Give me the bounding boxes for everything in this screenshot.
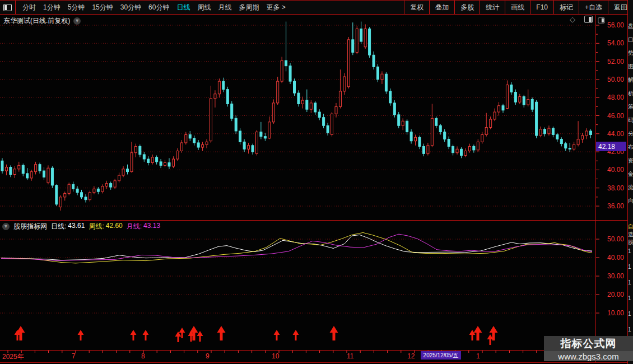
date-axis-label: 8 bbox=[141, 352, 145, 360]
sidebar-glyph[interactable]: 1 bbox=[628, 327, 633, 333]
sidebar-glyph[interactable]: 码 bbox=[628, 118, 633, 123]
bottom-border bbox=[0, 362, 633, 363]
indicator-axis-label: 40.00 bbox=[598, 254, 624, 262]
indicator-axis-label: 50.00 bbox=[598, 235, 624, 243]
sidebar-glyph[interactable]: 资 bbox=[628, 158, 633, 164]
date-axis-label: 1 bbox=[476, 352, 480, 360]
indicator-chevron-icon[interactable]: ▼ bbox=[2, 223, 10, 230]
price-axis-label: 44.00 bbox=[598, 130, 624, 138]
sidebar-glyph[interactable]: 股 bbox=[628, 240, 633, 245]
split-panel-icon[interactable] bbox=[584, 16, 593, 23]
watermark-title: 指标公式网 bbox=[544, 336, 633, 351]
sidebar-glyph[interactable]: 图 bbox=[628, 64, 633, 69]
sidebar-glyph[interactable]: 析 bbox=[628, 91, 633, 96]
selected-date-tag: 2025/12/05/五 bbox=[421, 351, 461, 360]
indicator-name: 股朋指标网 bbox=[13, 222, 47, 231]
axis-panel-icon[interactable] bbox=[598, 17, 605, 23]
sidebar-glyph[interactable]: 分 bbox=[628, 131, 633, 137]
sidebar-glyph[interactable]: 解 bbox=[628, 77, 633, 83]
sidebar-glyph[interactable]: 势 bbox=[628, 50, 633, 56]
date-axis-label: 7 bbox=[72, 352, 76, 360]
last-price-tag: 42.18 bbox=[596, 142, 626, 151]
panel-separator bbox=[0, 220, 633, 221]
price-axis-label: 38.00 bbox=[598, 184, 624, 192]
sidebar-glyph[interactable]: 口 bbox=[628, 37, 633, 43]
diamond-marker-icon[interactable]: ◇ bbox=[570, 16, 575, 23]
price-axis-border bbox=[595, 15, 596, 362]
sidebar-glyph[interactable]: 金 bbox=[628, 171, 633, 177]
trading-app-window: 分时1分钟5分钟15分钟30分钟60分钟日线周线月线多周期更多 > 复权叠加多股… bbox=[0, 0, 633, 364]
sidebar-glyph[interactable]: 自 bbox=[628, 224, 633, 230]
date-axis-label: 12 bbox=[407, 352, 415, 360]
price-axis-label: 50.00 bbox=[598, 76, 624, 83]
price-axis-label: 40.00 bbox=[598, 166, 624, 174]
price-axis-label: 54.00 bbox=[598, 39, 624, 47]
sidebar-glyph[interactable]: 布 bbox=[628, 144, 633, 150]
sidebar-glyph[interactable]: 1 bbox=[628, 296, 633, 301]
price-axis-label: 52.00 bbox=[598, 58, 624, 66]
stock-title-row: 东华测试(日线.前复权) ▼ bbox=[3, 16, 81, 26]
price-axis-label: 48.00 bbox=[598, 94, 624, 101]
indicator-axis-label: 30.00 bbox=[598, 272, 624, 280]
date-axis-label: 11 bbox=[347, 352, 353, 360]
date-axis-label: 9 bbox=[206, 352, 210, 360]
corner-icons: ◇ bbox=[570, 16, 593, 23]
candlestick-chart bbox=[0, 0, 633, 364]
sidebar-glyph[interactable]: 1 bbox=[628, 249, 633, 254]
watermark: 指标公式网 www.zbgs3.com bbox=[544, 336, 633, 361]
indicator-weekly-value: 周线:42.60 bbox=[89, 222, 122, 231]
axis-separator bbox=[0, 350, 633, 351]
right-sidebar-collapsed[interactable]: 盘口势图解析筹码分布资金流向自选股111111 bbox=[628, 0, 633, 364]
sidebar-glyph[interactable]: 1 bbox=[628, 280, 633, 286]
date-axis-label: 10 bbox=[272, 352, 279, 360]
sidebar-glyph[interactable]: 1 bbox=[628, 311, 633, 317]
chevron-down-icon[interactable]: ▼ bbox=[73, 17, 81, 25]
date-axis-label: 2025年 bbox=[2, 352, 24, 362]
indicator-monthly-value: 月线:43.13 bbox=[127, 222, 160, 231]
indicator-header: ▼ 股朋指标网 日线:43.61 周线:42.60 月线:43.13 bbox=[2, 222, 160, 231]
price-axis-label: 46.00 bbox=[598, 112, 624, 120]
sidebar-glyph[interactable]: 筹 bbox=[628, 104, 633, 110]
sidebar-glyph[interactable]: 流 bbox=[628, 185, 633, 190]
indicator-axis-label: 20.00 bbox=[598, 291, 624, 298]
indicator-daily-value: 日线:43.61 bbox=[51, 222, 85, 231]
sidebar-glyph[interactable]: 盘 bbox=[628, 24, 633, 29]
stock-title: 东华测试(日线.前复权) bbox=[3, 16, 70, 26]
sidebar-glyph[interactable]: 选 bbox=[628, 232, 633, 237]
sidebar-glyph[interactable]: 向 bbox=[628, 198, 633, 204]
watermark-url: www.zbgs3.com bbox=[544, 351, 633, 361]
price-axis-label: 36.00 bbox=[598, 202, 624, 210]
sidebar-glyph[interactable]: 1 bbox=[628, 264, 633, 270]
indicator-axis-label: 10.00 bbox=[598, 309, 624, 317]
